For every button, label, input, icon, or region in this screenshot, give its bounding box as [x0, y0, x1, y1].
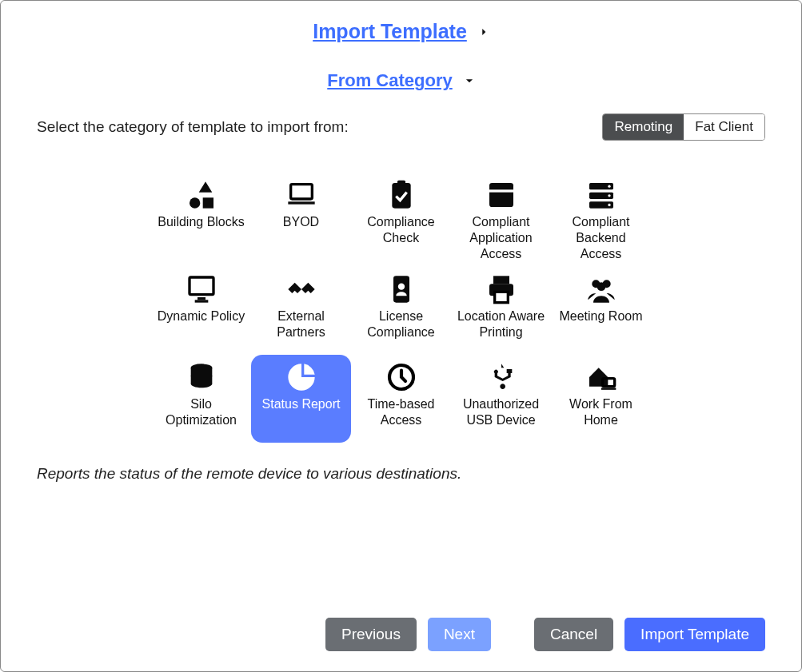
previous-button[interactable]: Previous	[325, 618, 417, 651]
category-label: BYOD	[283, 214, 319, 230]
category-work-from-home[interactable]: Work From Home	[551, 355, 651, 443]
id-badge-icon	[385, 273, 417, 305]
pie-icon	[285, 361, 317, 393]
category-label: Silo Optimization	[154, 396, 248, 428]
category-location-aware-printing[interactable]: Location Aware Printing	[451, 267, 551, 355]
category-silo-optimization[interactable]: Silo Optimization	[151, 355, 251, 443]
category-status-report[interactable]: Status Report	[251, 355, 351, 443]
clipboard-check-icon	[385, 179, 417, 211]
category-label: Compliant Backend Access	[554, 214, 648, 262]
category-unauthorized-usb-device[interactable]: Unauthorized USB Device	[451, 355, 551, 443]
heading-from-category[interactable]: From Category	[37, 70, 765, 91]
category-label: Building Blocks	[158, 214, 245, 230]
category-label: Compliant Application Access	[454, 214, 548, 262]
category-external-partners[interactable]: External Partners	[251, 267, 351, 355]
category-compliant-application-access[interactable]: Compliant Application Access	[451, 173, 551, 267]
laptop-icon	[285, 179, 317, 211]
shapes-icon	[186, 179, 217, 211]
category-meeting-room[interactable]: Meeting Room	[551, 267, 651, 355]
next-button[interactable]: Next	[428, 618, 491, 651]
window-max-icon	[485, 179, 517, 211]
import-template-modal: Import Template From Category Select the…	[1, 1, 801, 671]
category-label: Unauthorized USB Device	[454, 396, 548, 428]
handshake-icon	[285, 273, 317, 305]
chevron-right-icon	[478, 26, 489, 38]
heading-import-template[interactable]: Import Template	[37, 20, 765, 43]
import-template-title: Import Template	[313, 20, 467, 43]
clock-icon	[385, 361, 417, 393]
category-label: Meeting Room	[559, 308, 642, 324]
users-icon	[585, 273, 617, 305]
category-compliant-backend-access[interactable]: Compliant Backend Access	[551, 173, 651, 267]
category-byod[interactable]: BYOD	[251, 173, 351, 267]
from-category-title: From Category	[327, 70, 452, 91]
usb-icon	[485, 361, 517, 393]
category-grid: Building BlocksBYODCompliance CheckCompl…	[151, 173, 651, 443]
category-label: Dynamic Policy	[158, 308, 245, 324]
category-building-blocks[interactable]: Building Blocks	[151, 173, 251, 267]
printer-icon	[485, 273, 517, 305]
server-icon	[585, 179, 617, 211]
chevron-down-icon	[464, 75, 475, 86]
category-description: Reports the status of the remote device …	[37, 465, 765, 483]
category-label: Compliance Check	[354, 214, 448, 246]
import-template-button[interactable]: Import Template	[624, 618, 765, 651]
cancel-button[interactable]: Cancel	[534, 618, 613, 651]
category-label: Location Aware Printing	[454, 308, 548, 340]
category-label: License Compliance	[354, 308, 448, 340]
category-label: Work From Home	[554, 396, 648, 428]
modal-footer: Previous Next Cancel Import Template	[37, 602, 765, 651]
category-label: Time-based Access	[354, 396, 448, 428]
toggle-remoting[interactable]: Remoting	[603, 114, 684, 140]
category-label: External Partners	[254, 308, 348, 340]
monitor-icon	[186, 273, 217, 305]
house-laptop-icon	[585, 361, 617, 393]
category-compliance-check[interactable]: Compliance Check	[351, 173, 451, 267]
category-time-based-access[interactable]: Time-based Access	[351, 355, 451, 443]
category-dynamic-policy[interactable]: Dynamic Policy	[151, 267, 251, 355]
database-icon	[186, 361, 217, 393]
category-label: Status Report	[262, 396, 341, 412]
subtitle-text: Select the category of template to impor…	[37, 118, 349, 136]
client-type-toggle: Remoting Fat Client	[602, 113, 765, 141]
category-license-compliance[interactable]: License Compliance	[351, 267, 451, 355]
toggle-fat-client[interactable]: Fat Client	[684, 114, 764, 140]
